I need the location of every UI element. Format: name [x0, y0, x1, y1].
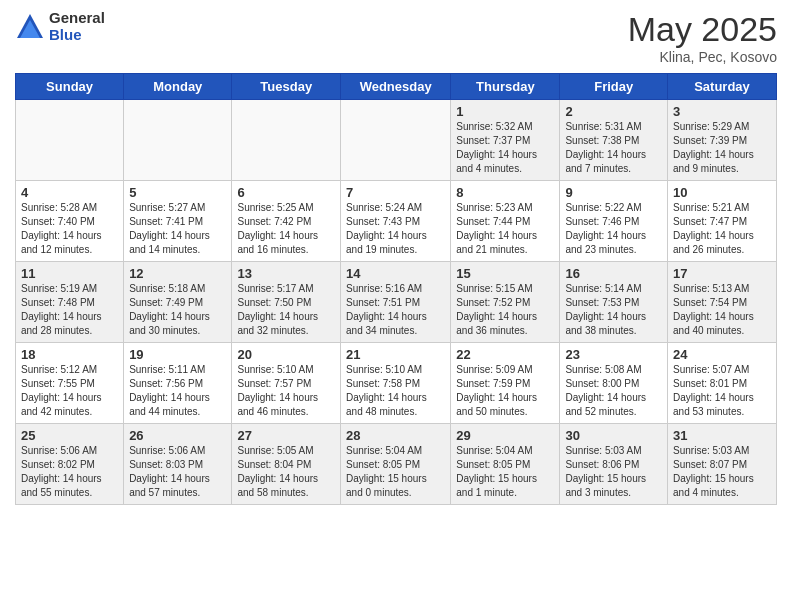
header: General Blue May 2025 Klina, Pec, Kosovo: [15, 10, 777, 65]
calendar-week-row: 11Sunrise: 5:19 AM Sunset: 7:48 PM Dayli…: [16, 262, 777, 343]
main-title: May 2025: [628, 10, 777, 49]
day-info: Sunrise: 5:31 AM Sunset: 7:38 PM Dayligh…: [565, 120, 662, 176]
day-info: Sunrise: 5:13 AM Sunset: 7:54 PM Dayligh…: [673, 282, 771, 338]
calendar-cell: 24Sunrise: 5:07 AM Sunset: 8:01 PM Dayli…: [668, 343, 777, 424]
day-info: Sunrise: 5:21 AM Sunset: 7:47 PM Dayligh…: [673, 201, 771, 257]
day-number: 25: [21, 428, 118, 443]
day-info: Sunrise: 5:18 AM Sunset: 7:49 PM Dayligh…: [129, 282, 226, 338]
day-number: 3: [673, 104, 771, 119]
day-number: 27: [237, 428, 335, 443]
day-number: 12: [129, 266, 226, 281]
day-number: 9: [565, 185, 662, 200]
day-number: 4: [21, 185, 118, 200]
logo-blue: Blue: [49, 27, 105, 44]
col-header-tuesday: Tuesday: [232, 74, 341, 100]
day-info: Sunrise: 5:32 AM Sunset: 7:37 PM Dayligh…: [456, 120, 554, 176]
day-number: 22: [456, 347, 554, 362]
day-info: Sunrise: 5:03 AM Sunset: 8:07 PM Dayligh…: [673, 444, 771, 500]
day-info: Sunrise: 5:12 AM Sunset: 7:55 PM Dayligh…: [21, 363, 118, 419]
calendar-cell: 28Sunrise: 5:04 AM Sunset: 8:05 PM Dayli…: [341, 424, 451, 505]
day-number: 13: [237, 266, 335, 281]
calendar-cell: 6Sunrise: 5:25 AM Sunset: 7:42 PM Daylig…: [232, 181, 341, 262]
calendar-cell: 29Sunrise: 5:04 AM Sunset: 8:05 PM Dayli…: [451, 424, 560, 505]
day-info: Sunrise: 5:24 AM Sunset: 7:43 PM Dayligh…: [346, 201, 445, 257]
calendar-cell: 15Sunrise: 5:15 AM Sunset: 7:52 PM Dayli…: [451, 262, 560, 343]
calendar-cell: 25Sunrise: 5:06 AM Sunset: 8:02 PM Dayli…: [16, 424, 124, 505]
calendar-cell: 3Sunrise: 5:29 AM Sunset: 7:39 PM Daylig…: [668, 100, 777, 181]
day-number: 19: [129, 347, 226, 362]
calendar-cell: 21Sunrise: 5:10 AM Sunset: 7:58 PM Dayli…: [341, 343, 451, 424]
day-info: Sunrise: 5:16 AM Sunset: 7:51 PM Dayligh…: [346, 282, 445, 338]
day-number: 17: [673, 266, 771, 281]
day-info: Sunrise: 5:15 AM Sunset: 7:52 PM Dayligh…: [456, 282, 554, 338]
calendar-week-row: 1Sunrise: 5:32 AM Sunset: 7:37 PM Daylig…: [16, 100, 777, 181]
calendar-cell: 17Sunrise: 5:13 AM Sunset: 7:54 PM Dayli…: [668, 262, 777, 343]
day-info: Sunrise: 5:09 AM Sunset: 7:59 PM Dayligh…: [456, 363, 554, 419]
day-info: Sunrise: 5:19 AM Sunset: 7:48 PM Dayligh…: [21, 282, 118, 338]
calendar: SundayMondayTuesdayWednesdayThursdayFrid…: [15, 73, 777, 505]
calendar-cell: 10Sunrise: 5:21 AM Sunset: 7:47 PM Dayli…: [668, 181, 777, 262]
col-header-monday: Monday: [124, 74, 232, 100]
calendar-cell: 5Sunrise: 5:27 AM Sunset: 7:41 PM Daylig…: [124, 181, 232, 262]
day-number: 23: [565, 347, 662, 362]
calendar-cell: 14Sunrise: 5:16 AM Sunset: 7:51 PM Dayli…: [341, 262, 451, 343]
logo-general: General: [49, 10, 105, 27]
day-number: 14: [346, 266, 445, 281]
day-number: 20: [237, 347, 335, 362]
day-info: Sunrise: 5:11 AM Sunset: 7:56 PM Dayligh…: [129, 363, 226, 419]
calendar-cell: 16Sunrise: 5:14 AM Sunset: 7:53 PM Dayli…: [560, 262, 668, 343]
logo-icon: [15, 12, 45, 42]
day-number: 31: [673, 428, 771, 443]
day-number: 7: [346, 185, 445, 200]
logo: General Blue: [15, 10, 105, 43]
day-number: 24: [673, 347, 771, 362]
calendar-cell: 11Sunrise: 5:19 AM Sunset: 7:48 PM Dayli…: [16, 262, 124, 343]
day-info: Sunrise: 5:08 AM Sunset: 8:00 PM Dayligh…: [565, 363, 662, 419]
day-number: 11: [21, 266, 118, 281]
day-number: 1: [456, 104, 554, 119]
calendar-cell: 12Sunrise: 5:18 AM Sunset: 7:49 PM Dayli…: [124, 262, 232, 343]
day-number: 6: [237, 185, 335, 200]
day-info: Sunrise: 5:07 AM Sunset: 8:01 PM Dayligh…: [673, 363, 771, 419]
day-info: Sunrise: 5:23 AM Sunset: 7:44 PM Dayligh…: [456, 201, 554, 257]
calendar-cell: [341, 100, 451, 181]
day-number: 16: [565, 266, 662, 281]
calendar-cell: 30Sunrise: 5:03 AM Sunset: 8:06 PM Dayli…: [560, 424, 668, 505]
calendar-week-row: 4Sunrise: 5:28 AM Sunset: 7:40 PM Daylig…: [16, 181, 777, 262]
day-number: 21: [346, 347, 445, 362]
calendar-week-row: 18Sunrise: 5:12 AM Sunset: 7:55 PM Dayli…: [16, 343, 777, 424]
day-number: 18: [21, 347, 118, 362]
day-info: Sunrise: 5:27 AM Sunset: 7:41 PM Dayligh…: [129, 201, 226, 257]
calendar-cell: 26Sunrise: 5:06 AM Sunset: 8:03 PM Dayli…: [124, 424, 232, 505]
day-info: Sunrise: 5:05 AM Sunset: 8:04 PM Dayligh…: [237, 444, 335, 500]
logo-text: General Blue: [49, 10, 105, 43]
day-number: 5: [129, 185, 226, 200]
col-header-friday: Friday: [560, 74, 668, 100]
calendar-cell: 13Sunrise: 5:17 AM Sunset: 7:50 PM Dayli…: [232, 262, 341, 343]
calendar-header-row: SundayMondayTuesdayWednesdayThursdayFrid…: [16, 74, 777, 100]
title-section: May 2025 Klina, Pec, Kosovo: [628, 10, 777, 65]
calendar-cell: 18Sunrise: 5:12 AM Sunset: 7:55 PM Dayli…: [16, 343, 124, 424]
col-header-saturday: Saturday: [668, 74, 777, 100]
day-info: Sunrise: 5:28 AM Sunset: 7:40 PM Dayligh…: [21, 201, 118, 257]
calendar-cell: 23Sunrise: 5:08 AM Sunset: 8:00 PM Dayli…: [560, 343, 668, 424]
calendar-cell: 27Sunrise: 5:05 AM Sunset: 8:04 PM Dayli…: [232, 424, 341, 505]
day-info: Sunrise: 5:17 AM Sunset: 7:50 PM Dayligh…: [237, 282, 335, 338]
day-number: 26: [129, 428, 226, 443]
day-number: 8: [456, 185, 554, 200]
day-number: 29: [456, 428, 554, 443]
col-header-wednesday: Wednesday: [341, 74, 451, 100]
calendar-cell: 1Sunrise: 5:32 AM Sunset: 7:37 PM Daylig…: [451, 100, 560, 181]
day-info: Sunrise: 5:25 AM Sunset: 7:42 PM Dayligh…: [237, 201, 335, 257]
calendar-cell: 4Sunrise: 5:28 AM Sunset: 7:40 PM Daylig…: [16, 181, 124, 262]
day-number: 28: [346, 428, 445, 443]
day-info: Sunrise: 5:14 AM Sunset: 7:53 PM Dayligh…: [565, 282, 662, 338]
calendar-week-row: 25Sunrise: 5:06 AM Sunset: 8:02 PM Dayli…: [16, 424, 777, 505]
calendar-cell: 7Sunrise: 5:24 AM Sunset: 7:43 PM Daylig…: [341, 181, 451, 262]
calendar-cell: [232, 100, 341, 181]
day-info: Sunrise: 5:29 AM Sunset: 7:39 PM Dayligh…: [673, 120, 771, 176]
calendar-cell: [124, 100, 232, 181]
page: General Blue May 2025 Klina, Pec, Kosovo…: [0, 0, 792, 612]
calendar-cell: 8Sunrise: 5:23 AM Sunset: 7:44 PM Daylig…: [451, 181, 560, 262]
calendar-cell: [16, 100, 124, 181]
